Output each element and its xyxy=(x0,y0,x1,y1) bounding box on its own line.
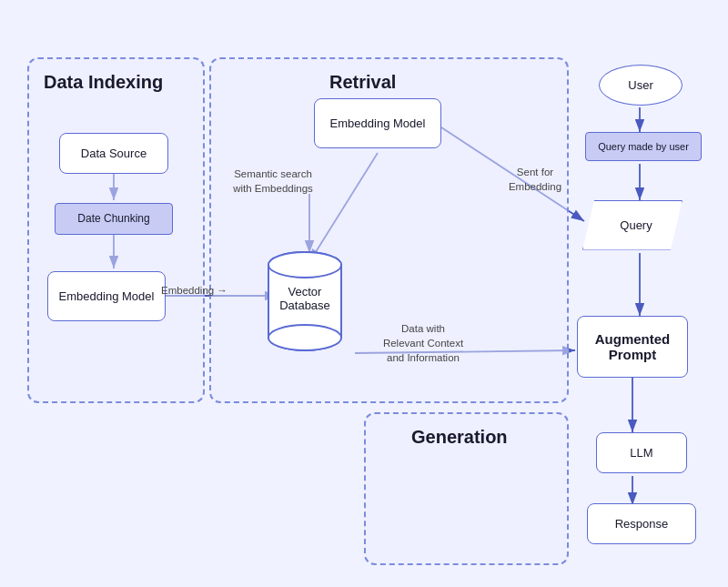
region-data-indexing-title: Data Indexing xyxy=(44,72,163,93)
user-node: User xyxy=(599,65,682,106)
embedding-arrow-label: Embedding → xyxy=(161,283,261,298)
llm-node: LLM xyxy=(596,432,687,473)
diagram-container: Data Indexing Retrival Generation Data S… xyxy=(9,12,719,576)
vector-database-label: VectorDatabase xyxy=(264,285,346,312)
semantic-search-label: Semantic search with Embeddings xyxy=(228,167,318,196)
query-node: Query xyxy=(582,200,682,250)
sent-for-embedding-label: Sent forEmbedding xyxy=(499,165,571,194)
data-context-label: Data withRelevant Contextand Information xyxy=(364,321,482,365)
region-generation-title: Generation xyxy=(411,427,508,448)
response-node: Response xyxy=(587,503,696,544)
embedding-model-left-node: Embedding Model xyxy=(47,271,166,321)
vector-database-cylinder: VectorDatabase xyxy=(264,248,346,358)
query-made-node: Query made by user xyxy=(585,132,702,161)
data-source-node: Data Source xyxy=(59,133,168,174)
svg-point-18 xyxy=(268,325,341,350)
date-chunking-node: Date Chunking xyxy=(55,203,173,235)
region-retrieval-title: Retrival xyxy=(329,72,396,93)
embedding-model-top-node: Embedding Model xyxy=(314,98,441,148)
augmented-prompt-node: Augmented Prompt xyxy=(577,316,688,378)
region-generation: Generation xyxy=(364,412,569,565)
svg-point-17 xyxy=(268,252,341,278)
